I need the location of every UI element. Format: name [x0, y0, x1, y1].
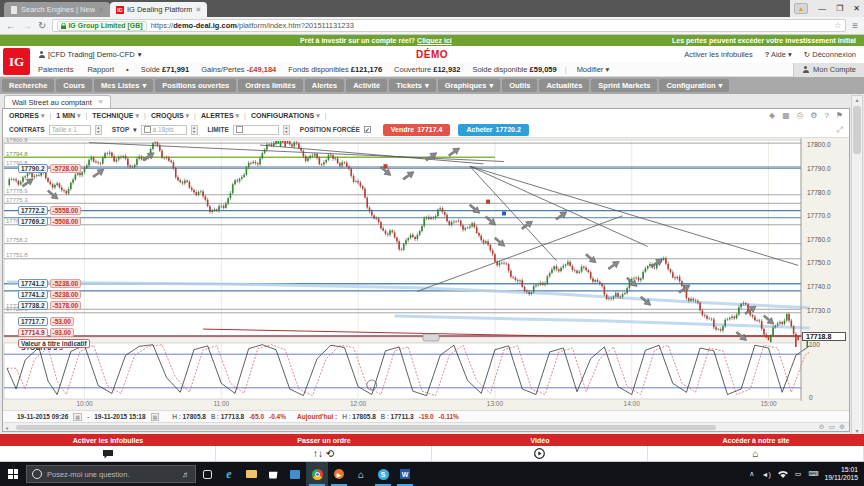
nav-item-graphiques[interactable]: Graphiques▾ — [438, 79, 500, 92]
taskbar-app-onedrive[interactable]: ⌂ — [350, 462, 372, 486]
fullscreen-icon[interactable]: ⤢ — [837, 125, 843, 135]
nav-item-tickets[interactable]: Tickets▾ — [389, 79, 435, 92]
taskbar-app-word[interactable]: W — [394, 462, 416, 486]
price-chart[interactable]: 10:0011:0012:0013:0014:0015:0017800.8177… — [3, 138, 849, 410]
footer-link-passer-un-ordre[interactable]: Passer un ordre — [216, 437, 432, 444]
chart-menu-technique[interactable]: TECHNIQUE▾ — [92, 112, 139, 120]
chart-canvas[interactable]: 10:0011:0012:0013:0014:0015:0017800.8177… — [3, 138, 849, 410]
buy-button[interactable]: Acheter17720.2 — [458, 124, 528, 136]
position-label[interactable]: 17741.2-5238.00 — [18, 290, 81, 299]
calendar-icon[interactable]: ▦ — [73, 413, 82, 421]
tags-icon[interactable]: ◈ — [769, 111, 775, 121]
taskbar-app-chrome[interactable] — [306, 462, 328, 486]
chart-menu-alertes[interactable]: ALERTES▾ — [201, 112, 239, 120]
limit-input[interactable] — [233, 125, 279, 135]
home-icon[interactable]: ⌂ — [648, 446, 864, 461]
chart-menu-croquis[interactable]: CROQUIS▾ — [151, 112, 189, 120]
workspace-tab-close-icon[interactable]: ✕ — [98, 98, 103, 106]
indicative-value-note[interactable]: Valeur à titre indicatif — [18, 339, 90, 348]
nav-item-positions-ouvertes[interactable]: Positions ouvertes — [155, 79, 236, 92]
logout-button[interactable]: ↻ Déconnexion — [804, 50, 856, 59]
warning-badge[interactable]: ▲ — [794, 3, 808, 14]
taskbar-app-store[interactable] — [262, 462, 284, 486]
bookmark-star-icon[interactable]: ☆ — [834, 21, 841, 30]
forced-position-checkbox[interactable]: ✓ — [364, 126, 371, 133]
tray-volume-icon[interactable]: ◄) — [761, 471, 770, 478]
nav-item-actualit-s[interactable]: Actualités — [539, 79, 589, 92]
minimize-button[interactable]: — — [818, 4, 826, 13]
security-badge[interactable]: IG Group Limited [GB] — [57, 21, 146, 31]
position-label[interactable]: 17790.2-5728.00 — [18, 164, 81, 173]
scrollbar-thumb[interactable] — [16, 425, 716, 430]
browser-tab-ig-platform[interactable]: IG IG Dealing Platform ✕ — [110, 2, 207, 17]
nav-item-configuration[interactable]: Configuration▾ — [659, 79, 729, 92]
taskbar-app-photos[interactable] — [284, 462, 306, 486]
zoom-in-icon[interactable]: ⊕ — [839, 423, 845, 431]
nav-item-alertes[interactable]: Alertes — [305, 79, 344, 92]
nav-item-sprint-markets[interactable]: Sprint Markets — [591, 79, 657, 92]
sell-button[interactable]: Vendre17717.4 — [383, 124, 451, 136]
chart-menu-ordres[interactable]: ORDRES▾ — [9, 112, 44, 120]
zoom-out-icon[interactable]: ⊖ — [819, 423, 825, 431]
stop-input[interactable]: à 18pts — [141, 125, 187, 135]
close-button[interactable]: ✕ — [853, 4, 860, 13]
tray-chevron-up-icon[interactable]: ∧ — [749, 470, 754, 478]
cortana-search-input[interactable]: Posez-moi une question. ♬ — [26, 465, 196, 483]
position-label[interactable]: 17772.2-5558.00 — [18, 206, 81, 215]
nav-item-activit-[interactable]: Activité — [346, 79, 387, 92]
play-circle-icon[interactable] — [432, 446, 648, 461]
tab-close-icon[interactable]: ✕ — [98, 6, 104, 14]
footer-link-vid-o[interactable]: Vidéo — [432, 437, 648, 444]
nav-item-ordres-limit-s[interactable]: Ordres limités — [238, 79, 302, 92]
help-icon[interactable]: ? — [824, 111, 828, 121]
taskbar-app-file-explorer[interactable] — [240, 462, 262, 486]
chart-menu-1-min[interactable]: 1 MIN▾ — [56, 112, 80, 120]
position-label[interactable]: 17717.7-53.00 — [18, 317, 74, 326]
browser-menu-icon[interactable]: ≡ — [852, 21, 858, 31]
workspace-tab[interactable]: Wall Street au comptant ✕ — [4, 95, 111, 108]
settings-icon[interactable]: ⚙ — [810, 111, 817, 121]
workspace-vertical-scrollbar[interactable]: ▴▾ — [851, 95, 863, 435]
position-label[interactable]: 17738.2-5178.00 — [18, 301, 81, 310]
tray-notifications-icon[interactable]: ▭ — [795, 470, 802, 478]
position-label[interactable]: 17741.2-5238.00 — [18, 279, 81, 288]
forward-icon[interactable]: → — [22, 21, 32, 31]
reload-icon[interactable]: ↻ — [38, 21, 46, 31]
zoom-reset-icon[interactable]: ▭ — [829, 423, 836, 431]
scrollbar-thumb[interactable] — [853, 106, 861, 154]
limit-checkbox[interactable] — [236, 126, 243, 133]
taskbar-app-skype[interactable]: S — [372, 462, 394, 486]
print-icon[interactable]: ⎙ — [797, 111, 803, 121]
taskbar-app-media[interactable]: ▶ — [328, 462, 350, 486]
promo-link[interactable]: Cliquez ici — [417, 37, 452, 44]
tray-wifi-icon[interactable] — [778, 470, 788, 479]
taskbar-app-internet-explorer[interactable]: e — [218, 462, 240, 486]
back-icon[interactable]: ← — [6, 21, 16, 31]
chart-horizontal-scrollbar[interactable]: ◂ ⊖▭⊕ — [3, 422, 849, 431]
scroll-left-icon[interactable]: ◂ — [5, 424, 8, 431]
report-link[interactable]: Rapport — [87, 65, 114, 74]
nav-item-recherche[interactable]: Recherche — [2, 79, 54, 92]
maximize-button[interactable]: ❐ — [836, 4, 843, 13]
chevron-down-icon[interactable]: ▾ — [133, 126, 136, 134]
stop-stepper[interactable]: ▴▾ — [191, 125, 198, 135]
nav-item-mes-listes[interactable]: Mes Listes▾ — [94, 79, 153, 92]
tooltips-toggle[interactable]: Activer les infobulles — [684, 50, 752, 59]
nav-item-outils[interactable]: Outils — [502, 79, 537, 92]
taskbar-clock[interactable]: 15:0119/11/2015 — [824, 466, 858, 483]
help-menu[interactable]: ? Aide ▾ — [765, 50, 792, 59]
stop-checkbox[interactable] — [144, 126, 151, 133]
microphone-icon[interactable]: ♬ — [182, 470, 190, 479]
feedback-icon[interactable]: ⚑ — [836, 111, 843, 121]
footer-link-acc-der-notre-site[interactable]: Accéder à notre site — [648, 437, 864, 444]
payments-link[interactable]: Paiements — [38, 65, 73, 74]
limit-stepper[interactable]: ▴▾ — [283, 125, 290, 135]
chart-menu-configurations[interactable]: CONFIGURATIONS▾ — [251, 112, 320, 120]
order-arrows-icon[interactable]: ↑↓ ⟲ — [216, 446, 432, 461]
start-button[interactable] — [0, 462, 26, 486]
my-account-button[interactable]: Mon Compte — [793, 63, 864, 77]
tab-close-icon[interactable]: ✕ — [195, 6, 201, 14]
modify-button[interactable]: Modifier ▾ — [577, 65, 610, 74]
url-input[interactable]: IG Group Limited [GB] https://demo-deal.… — [52, 19, 846, 32]
tray-keyboard-icon[interactable]: ⌨ — [808, 470, 818, 478]
